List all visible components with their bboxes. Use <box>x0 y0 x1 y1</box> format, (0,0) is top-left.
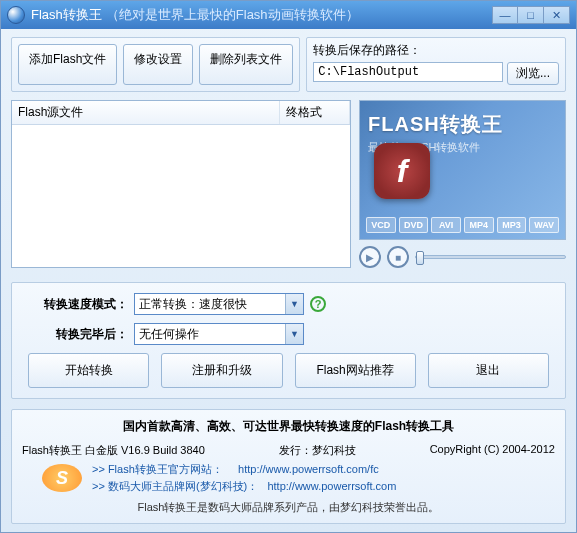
toolbar-panel: 添加Flash文件 修改设置 删除列表文件 <box>11 37 300 92</box>
speed-value: 正常转换：速度很快 <box>139 296 247 313</box>
file-list-header: Flash源文件 终格式 <box>12 101 350 125</box>
chevron-down-icon: ▼ <box>285 324 303 344</box>
speed-combo[interactable]: 正常转换：速度很快 ▼ <box>134 293 304 315</box>
preview-image: FLASH转换王 最快的FLASH转换软件 f VCD DVD AVI MP4 … <box>359 100 566 240</box>
link2-label: >> 数码大师主品牌网(梦幻科技)： <box>92 480 258 492</box>
publisher-text: 发行：梦幻科技 <box>279 443 356 458</box>
minimize-button[interactable]: — <box>492 6 518 24</box>
modify-settings-button[interactable]: 修改设置 <box>123 44 193 85</box>
file-list[interactable]: Flash源文件 终格式 <box>11 100 351 268</box>
badge-mp4: MP4 <box>464 217 494 233</box>
player-controls: ▶ ■ <box>359 246 566 268</box>
maximize-button[interactable]: □ <box>518 6 544 24</box>
after-combo[interactable]: 无任何操作 ▼ <box>134 323 304 345</box>
col-source: Flash源文件 <box>12 101 280 124</box>
exit-button[interactable]: 退出 <box>428 353 549 388</box>
play-button[interactable]: ▶ <box>359 246 381 268</box>
speed-label: 转换速度模式： <box>24 296 128 313</box>
delete-list-button[interactable]: 删除列表文件 <box>199 44 293 85</box>
preview-title: FLASH转换王 <box>368 111 557 138</box>
brand-logo-icon: S <box>42 464 82 492</box>
settings-panel: 转换速度模式： 正常转换：速度很快 ▼ ? 转换完毕后： 无任何操作 ▼ 开始转… <box>11 282 566 399</box>
output-path-label: 转换后保存的路径： <box>313 42 559 59</box>
add-flash-button[interactable]: 添加Flash文件 <box>18 44 117 85</box>
bottom-text: Flash转换王是数码大师品牌系列产品，由梦幻科技荣誉出品。 <box>22 500 555 515</box>
badge-wav: WAV <box>529 217 559 233</box>
col-format: 终格式 <box>280 101 350 124</box>
stop-button[interactable]: ■ <box>387 246 409 268</box>
format-badges: VCD DVD AVI MP4 MP3 WAV <box>366 217 559 233</box>
link2-url[interactable]: http://www.powerrsoft.com <box>267 480 396 492</box>
title-text: Flash转换王 <box>31 6 102 24</box>
copyright-text: CopyRight (C) 2004-2012 <box>430 443 555 458</box>
link1-label: >> Flash转换王官方网站： <box>92 463 223 475</box>
slogan-text: 国内首款高清、高效、可达世界最快转换速度的Flash转换工具 <box>22 418 555 435</box>
link1-url[interactable]: http://www.powerrsoft.com/fc <box>238 463 379 475</box>
close-button[interactable]: ✕ <box>544 6 570 24</box>
slider-thumb[interactable] <box>416 251 424 265</box>
app-icon <box>7 6 25 24</box>
output-path-input[interactable] <box>313 62 503 82</box>
badge-avi: AVI <box>431 217 461 233</box>
app-window: Flash转换王 （绝对是世界上最快的Flash动画转换软件） — □ ✕ 添加… <box>0 0 577 533</box>
badge-mp3: MP3 <box>497 217 527 233</box>
chevron-down-icon: ▼ <box>285 294 303 314</box>
output-path-panel: 转换后保存的路径： 浏览... <box>306 37 566 92</box>
titlebar: Flash转换王 （绝对是世界上最快的Flash动画转换软件） — □ ✕ <box>1 1 576 29</box>
recommend-button[interactable]: Flash网站推荐 <box>295 353 416 388</box>
after-value: 无任何操作 <box>139 326 199 343</box>
badge-vcd: VCD <box>366 217 396 233</box>
help-icon[interactable]: ? <box>310 296 326 312</box>
start-convert-button[interactable]: 开始转换 <box>28 353 149 388</box>
seek-slider[interactable] <box>415 255 566 259</box>
badge-dvd: DVD <box>399 217 429 233</box>
preview-panel: FLASH转换王 最快的FLASH转换软件 f VCD DVD AVI MP4 … <box>359 100 566 268</box>
footer-panel: 国内首款高清、高效、可达世界最快转换速度的Flash转换工具 Flash转换王 … <box>11 409 566 524</box>
browse-button[interactable]: 浏览... <box>507 62 559 85</box>
title-subtitle: （绝对是世界上最快的Flash动画转换软件） <box>106 6 359 24</box>
after-label: 转换完毕后： <box>24 326 128 343</box>
flash-logo-icon: f <box>374 143 430 199</box>
register-button[interactable]: 注册和升级 <box>161 353 282 388</box>
version-text: Flash转换王 白金版 V16.9 Build 3840 <box>22 443 205 458</box>
